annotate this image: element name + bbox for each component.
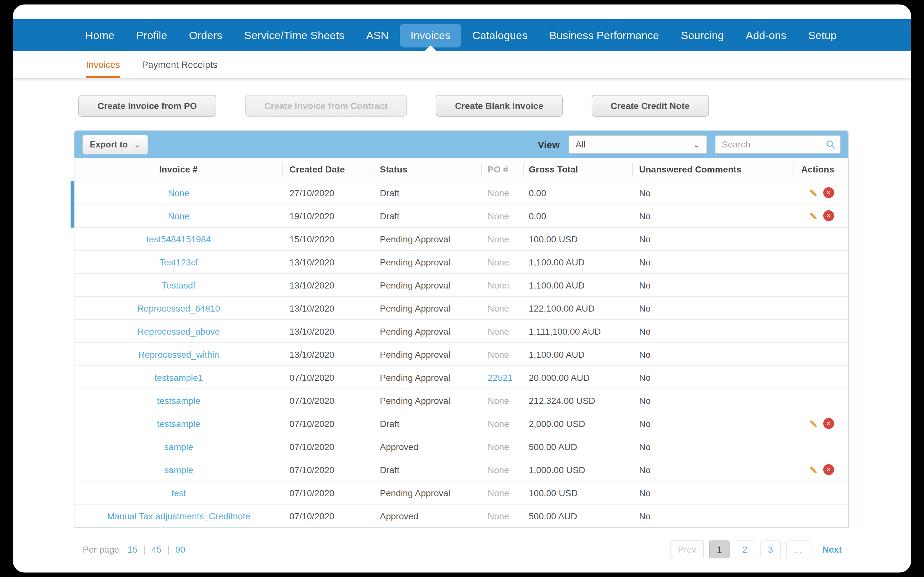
separator: | [167,544,170,554]
per-page-option-15[interactable]: 15 [128,544,137,554]
nav-item-profile[interactable]: Profile [126,23,178,47]
page-button-1[interactable]: 1 [709,540,730,558]
invoice-number-cell: Reprocessed_above [74,326,283,336]
per-page-control: Per page 15|45|90 [83,544,187,554]
created-date-cell: 13/10/2020 [283,280,373,290]
subnav-tab-payment-receipts[interactable]: Payment Receipts [142,51,217,78]
page-button-3[interactable]: 3 [760,540,781,558]
column-header-unanswered-comments[interactable]: Unanswered Comments [633,163,792,176]
invoice-number-link[interactable]: test5484151984 [147,234,211,244]
invoice-number-link[interactable]: Reprocessed_within [138,349,219,359]
delete-invoice-icon[interactable]: ✕ [823,464,834,475]
nav-item-orders[interactable]: Orders [178,23,233,47]
invoice-number-link[interactable]: sample [164,442,193,452]
column-header-invoice[interactable]: Invoice # [74,163,283,176]
actions-cell: ✕ [792,187,848,198]
invoice-number-cell: None [74,211,283,221]
invoice-row: sample 07/10/2020 Draft None 1,000.00 US… [74,458,848,482]
nav-item-invoices[interactable]: Invoices [399,23,461,47]
edit-pencil-icon[interactable] [808,187,819,198]
gross-total-cell: 0.00 [523,187,633,198]
unanswered-comments-cell: No [633,234,792,244]
nav-item-business-performance[interactable]: Business Performance [538,23,670,47]
status-cell: Draft [373,418,482,429]
status-cell: Pending Approval [373,257,482,267]
invoice-number-link[interactable]: Test123cf [160,257,198,267]
po-number-cell: None [482,464,523,475]
invoice-number-link[interactable]: Reprocessed_above [137,326,220,336]
invoice-number-link[interactable]: None [168,211,190,221]
per-page-option-90[interactable]: 90 [176,544,186,554]
invoice-row: test5484151984 15/10/2020 Pending Approv… [74,227,848,251]
invoice-row: Reprocessed_64810 13/10/2020 Pending App… [74,297,848,320]
status-cell: Pending Approval [373,280,482,290]
nav-item-service-time-sheets[interactable]: Service/Time Sheets [233,23,355,47]
created-date-cell: 07/10/2020 [283,464,373,475]
invoice-number-link[interactable]: testsample [157,395,200,406]
search-icon[interactable] [826,139,835,149]
delete-invoice-icon[interactable]: ✕ [823,418,834,429]
invoice-number-link[interactable]: Manual Tax adjustments_Creditnote [107,511,250,521]
pagination-ellipsis: … [786,540,810,558]
po-number-cell: None [482,234,523,244]
column-header-gross-total[interactable]: Gross Total [523,163,633,176]
status-cell: Pending Approval [373,349,482,359]
column-header-po[interactable]: PO # [482,163,523,176]
po-number-cell: None [482,395,523,406]
nav-item-setup[interactable]: Setup [797,23,848,47]
gross-total-cell: 100.00 USD [523,488,633,498]
column-header-status[interactable]: Status [373,163,482,176]
invoice-row: Reprocessed_within 13/10/2020 Pending Ap… [74,343,848,366]
invoice-number-link[interactable]: None [168,187,190,198]
prev-page-button[interactable]: Prev [670,540,704,558]
create-invoice-from-po-button[interactable]: Create Invoice from PO [78,95,216,117]
subnav-tab-invoices[interactable]: Invoices [86,51,120,78]
per-page-option-45[interactable]: 45 [152,544,162,554]
invoice-row: testsample 07/10/2020 Pending Approval N… [74,389,848,412]
view-select[interactable]: All ⌄ [569,135,707,153]
invoice-number-link[interactable]: testsample [157,418,200,429]
edit-pencil-icon[interactable] [808,210,819,221]
table-toolbar: Export to ⌄ View All ⌄ [74,131,848,158]
status-cell: Draft [373,187,482,198]
invoice-number-link[interactable]: sample [164,464,193,475]
created-date-cell: 13/10/2020 [283,326,373,336]
invoice-number-link[interactable]: Reprocessed_64810 [137,303,220,313]
unanswered-comments-cell: No [633,257,792,267]
edit-pencil-icon[interactable] [808,464,819,475]
invoice-number-cell: test [74,488,283,498]
po-number-link[interactable]: 22521 [482,372,523,382]
nav-item-catalogues[interactable]: Catalogues [461,23,538,47]
delete-invoice-icon[interactable]: ✕ [823,210,834,221]
invoice-row: None 27/10/2020 Draft None 0.00 No ✕ [74,181,848,205]
invoice-number-link[interactable]: testsample1 [155,372,203,382]
export-to-button[interactable]: Export to ⌄ [82,134,148,154]
create-blank-invoice-button[interactable]: Create Blank Invoice [436,95,562,117]
nav-item-add-ons[interactable]: Add-ons [735,23,797,47]
page-button-2[interactable]: 2 [735,540,755,558]
next-page-button[interactable]: Next [815,541,849,558]
invoice-number-link[interactable]: Testasdf [162,280,195,290]
column-header-actions[interactable]: Actions [792,163,848,176]
search-input[interactable] [715,135,841,153]
unanswered-comments-cell: No [633,511,792,521]
actions-cell: ✕ [792,464,848,475]
create-invoice-from-contract-button[interactable]: Create Invoice from Contract [245,95,407,117]
nav-item-asn[interactable]: ASN [355,23,399,47]
invoice-row: None 19/10/2020 Draft None 0.00 No ✕ [74,205,848,227]
column-header-created-date[interactable]: Created Date [283,163,373,176]
created-date-cell: 07/10/2020 [283,395,373,406]
delete-invoice-icon[interactable]: ✕ [823,187,834,198]
nav-item-sourcing[interactable]: Sourcing [670,23,735,47]
gross-total-cell: 1,111,100.00 AUD [523,326,633,336]
created-date-cell: 07/10/2020 [283,488,373,498]
po-number-cell: None [482,349,523,359]
edit-pencil-icon[interactable] [808,418,819,429]
create-credit-note-button[interactable]: Create Credit Note [591,95,709,117]
table-header-row: Invoice #Created DateStatusPO #Gross Tot… [74,158,848,181]
table-footer: Per page 15|45|90 Prev123…Next [74,540,849,558]
created-date-cell: 15/10/2020 [283,234,373,244]
invoice-number-link[interactable]: test [171,488,186,498]
po-number-cell: None [482,418,523,429]
nav-item-home[interactable]: Home [74,23,126,47]
